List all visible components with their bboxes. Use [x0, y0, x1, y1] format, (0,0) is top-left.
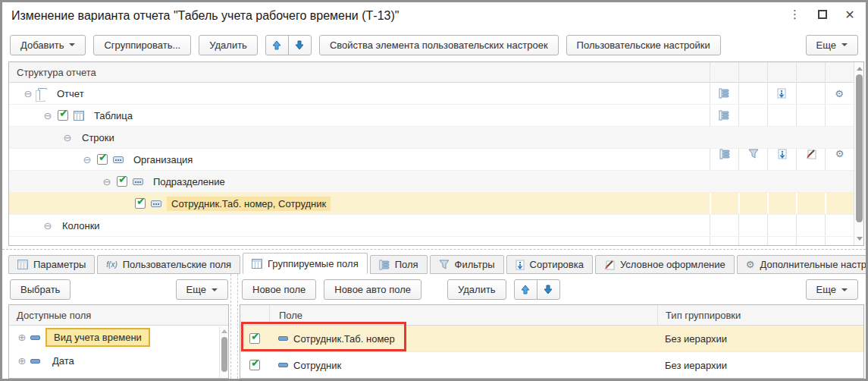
grouped-fields-more-button[interactable]: Еще	[806, 279, 858, 300]
tab-label: Поля	[395, 259, 418, 270]
field-dash-icon	[278, 363, 288, 367]
grouping-type-cell[interactable]: Без иерархии	[657, 326, 863, 351]
field-move-down-button[interactable]	[537, 279, 560, 300]
arrow-up-icon	[521, 285, 530, 294]
field-dash-icon	[30, 359, 40, 364]
available-field-date[interactable]: ⊕ Дата	[9, 349, 228, 373]
row-checkbox-cell: ✔	[240, 360, 269, 370]
highlighted-field-label: Вид учета времени	[45, 328, 150, 347]
available-fields-title: Доступные поля	[17, 310, 91, 321]
expand-icon[interactable]: ⊕	[17, 332, 27, 343]
tab-additional-settings[interactable]: ⚙ Дополнительные настройки	[737, 255, 868, 274]
available-fields-more-button[interactable]: Еще	[176, 279, 228, 300]
checkbox-checked[interactable]: ✔	[58, 110, 68, 121]
tree-row-label: Подразделение	[149, 175, 230, 189]
move-down-button[interactable]	[288, 35, 312, 55]
tab-filters[interactable]: Фильтры	[430, 255, 504, 274]
available-fields-header: Доступные поля	[9, 305, 228, 326]
expand-icon[interactable]: ⊕	[17, 356, 27, 367]
move-up-button[interactable]	[265, 35, 289, 55]
field-cell[interactable]: Сотрудник.Таб. номер	[269, 326, 657, 351]
scrollbar-thumb[interactable]	[856, 74, 863, 222]
grouped-fields-table-header: Поле Тип группировки	[240, 305, 863, 326]
group-button-label: Сгруппировать...	[104, 39, 180, 51]
collapse-icon[interactable]: ⊖	[82, 154, 92, 165]
new-auto-field-button[interactable]: Новое авто поле	[324, 279, 421, 300]
vertical-splitter[interactable]	[230, 274, 238, 379]
close-icon[interactable]: ✕	[841, 6, 858, 23]
main-toolbar: Добавить Сгруппировать... Удалить Свойст…	[10, 33, 858, 56]
collapse-icon[interactable]: ⊖	[102, 176, 112, 187]
select-button-label: Выбрать	[20, 284, 60, 295]
field-cell[interactable]: Сотрудник	[269, 352, 657, 378]
maximize-icon[interactable]	[814, 6, 831, 23]
tab-sorting[interactable]: Сортировка	[506, 255, 593, 274]
available-field-time-kind[interactable]: ⊕ Вид учета времени	[9, 326, 228, 349]
tree-row-employee-selected[interactable]: ✔ Сотрудник.Таб. номер, Сотрудник	[9, 193, 863, 215]
group-button[interactable]: Сгруппировать...	[93, 35, 191, 55]
toolbar-more-button[interactable]: Еще	[806, 35, 858, 55]
new-field-button[interactable]: Новое поле	[242, 279, 316, 300]
tab-parameters[interactable]: Параметры	[8, 255, 95, 274]
select-button[interactable]: Выбрать	[10, 279, 71, 300]
window-more-icon[interactable]: ⋮	[787, 6, 804, 23]
tree-scrollbar[interactable]	[854, 62, 863, 245]
scroll-up-icon[interactable]	[221, 329, 227, 333]
tab-grouped-fields[interactable]: Группируемые поля	[243, 253, 368, 274]
report-structure-panel: Структура отчета ⚙ ⊖	[8, 61, 864, 246]
tree-row-rows[interactable]: ⊖ Строки	[9, 127, 863, 149]
tab-conditional-appearance[interactable]: Условное оформление	[595, 255, 735, 274]
collapse-icon[interactable]: ⊖	[42, 220, 53, 231]
field-move-up-button[interactable]	[514, 279, 537, 300]
user-settings-button[interactable]: Пользовательские настройки	[566, 35, 721, 55]
more-label: Еще	[816, 284, 836, 295]
scroll-down-icon[interactable]	[857, 237, 863, 241]
add-button[interactable]: Добавить	[10, 35, 86, 55]
available-fields-scrollbar[interactable]	[219, 326, 228, 378]
collapse-icon[interactable]: ⊖	[42, 110, 53, 121]
delete-field-button[interactable]: Удалить	[447, 279, 506, 300]
grouped-fields-toolbar: Новое поле Новое авто поле Удалить Еще	[242, 279, 858, 300]
tree-row-report[interactable]: ⊖ Отчет ⚙	[9, 83, 863, 105]
table-icon	[74, 111, 84, 121]
chevron-down-icon	[841, 43, 848, 46]
checkbox-checked[interactable]: ✔	[117, 176, 127, 187]
checkbox-checked[interactable]: ✔	[249, 333, 260, 344]
user-settings-item-properties-button[interactable]: Свойства элемента пользовательских настр…	[319, 35, 559, 55]
window-controls: ⋮ ✕	[787, 6, 858, 23]
report-variant-editor-window: Изменение варианта отчета "Табель учета …	[0, 0, 868, 381]
field-value: Сотрудник	[293, 360, 341, 371]
collapse-icon[interactable]: ⊖	[23, 88, 33, 99]
grouped-field-row-employee[interactable]: ✔ Сотрудник Без иерархии	[240, 352, 863, 379]
report-structure-header: Структура отчета ⚙	[9, 62, 863, 83]
tree-row-label: Организация	[129, 153, 197, 167]
tree-row-columns[interactable]: ⊖ Колонки	[9, 215, 863, 237]
scrollbar-thumb[interactable]	[221, 337, 227, 372]
grouping-type-cell[interactable]: Без иерархии	[657, 352, 863, 378]
checkbox-checked[interactable]: ✔	[249, 360, 260, 370]
grouped-field-row-tab-number[interactable]: ✔ Сотрудник.Таб. номер Без иерархии	[240, 326, 863, 352]
collapse-icon[interactable]: ⊖	[62, 132, 73, 143]
chevron-down-icon	[841, 288, 848, 291]
user-settings-item-properties-label: Свойства элемента пользовательских настр…	[330, 39, 548, 51]
checkbox-checked[interactable]: ✔	[135, 198, 146, 209]
field-icon	[151, 200, 161, 207]
chevron-down-icon	[69, 43, 75, 46]
tree-row-department[interactable]: ⊖ ✔ Подразделение	[9, 171, 863, 193]
tab-label: Дополнительные настройки	[760, 259, 868, 270]
sort-icon	[777, 88, 786, 99]
tab-label: Пользовательские поля	[123, 259, 231, 270]
tree-row-organization[interactable]: ⊖ ✔ Организация	[9, 149, 863, 171]
tab-label: Параметры	[33, 259, 86, 270]
delete-button-label: Удалить	[209, 39, 247, 51]
horizontal-splitter[interactable]	[2, 249, 866, 250]
sort-icon	[515, 260, 525, 270]
tab-custom-fields[interactable]: f(x) Пользовательские поля	[97, 255, 240, 274]
tab-fields[interactable]: Поля	[370, 255, 428, 274]
checkbox-checked[interactable]: ✔	[97, 154, 108, 165]
delete-button[interactable]: Удалить	[199, 35, 258, 55]
field-move-buttons	[514, 279, 560, 300]
scroll-up-icon[interactable]	[857, 67, 863, 71]
tree-row-table[interactable]: ⊖ ✔ Таблица	[9, 105, 863, 127]
field-label: Дата	[45, 353, 81, 369]
